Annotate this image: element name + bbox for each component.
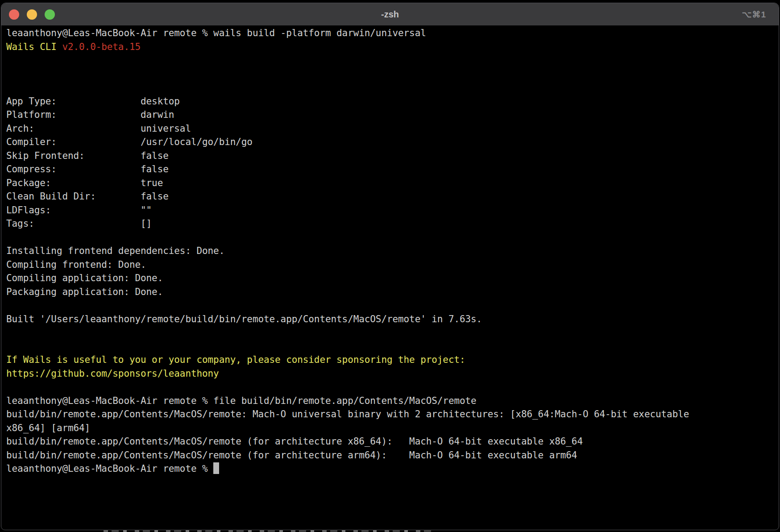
terminal-line: [6, 54, 779, 67]
close-button[interactable]: [9, 9, 19, 20]
terminal-text: Platform: darwin: [6, 109, 174, 120]
terminal-line: Platform: darwin: [6, 108, 779, 122]
terminal-text: Compress: false: [6, 164, 169, 175]
zoom-button[interactable]: [45, 9, 55, 20]
terminal-text: Tags: []: [6, 218, 152, 229]
terminal-line: Compress: false: [6, 162, 779, 176]
terminal-text: Compiling application: Done.: [6, 273, 163, 283]
terminal-line: App Type: desktop: [6, 95, 779, 108]
terminal-line: Package: true: [6, 176, 779, 190]
terminal-line: [6, 299, 779, 312]
terminal-line: Compiling frontend: Done.: [6, 258, 779, 272]
traffic-lights: [1, 9, 55, 20]
terminal-text: App Type: desktop: [6, 96, 180, 107]
terminal-text: Compiler: /usr/local/go/bin/go: [6, 137, 253, 147]
titlebar[interactable]: -zsh ⌥⌘1: [1, 3, 779, 26]
terminal-line: [6, 231, 779, 245]
background-window-fragment: [104, 530, 431, 532]
terminal-text: leaanthony@Leas-MacBook-Air remote % fil…: [6, 395, 477, 406]
terminal-text: Packaging application: Done.: [6, 287, 163, 297]
terminal-line: Wails CLI v2.0.0-beta.15: [6, 40, 779, 54]
terminal-text: build/bin/remote.app/Contents/MacOS/remo…: [6, 436, 583, 447]
terminal-line: leaanthony@Leas-MacBook-Air remote % wai…: [6, 26, 779, 40]
desktop-background: { "window": { "title": "-zsh", "shortcut…: [0, 0, 780, 532]
terminal-text: Installing frontend dependencies: Done.: [6, 245, 224, 256]
terminal-line: Skip Frontend: false: [6, 149, 779, 163]
terminal-cursor[interactable]: [213, 462, 219, 474]
terminal-text: Package: true: [6, 178, 163, 188]
terminal-line: [6, 340, 779, 353]
terminal-line: [6, 67, 779, 81]
terminal-text: Arch: universal: [6, 123, 191, 134]
terminal-line: Packaging application: Done.: [6, 285, 779, 299]
terminal-line: [6, 380, 779, 394]
terminal-line: leaanthony@Leas-MacBook-Air remote %: [6, 462, 779, 476]
terminal-text: build/bin/remote.app/Contents/MacOS/remo…: [6, 409, 689, 420]
terminal-text: Built '/Users/leaanthony/remote/build/bi…: [6, 314, 482, 324]
terminal-line: Built '/Users/leaanthony/remote/build/bi…: [6, 312, 779, 326]
terminal-line: x86_64] [arm64]: [6, 421, 779, 435]
minimize-button[interactable]: [27, 9, 37, 20]
terminal-text: v2.0.0-beta.15: [62, 42, 141, 52]
terminal-text: If Wails is useful to you or your compan…: [6, 354, 465, 365]
terminal-line: build/bin/remote.app/Contents/MacOS/remo…: [6, 449, 779, 462]
terminal-line: https://github.com/sponsors/leaanthony: [6, 367, 779, 381]
terminal-line: build/bin/remote.app/Contents/MacOS/remo…: [6, 407, 779, 421]
terminal-line: leaanthony@Leas-MacBook-Air remote % fil…: [6, 394, 779, 408]
terminal-window: -zsh ⌥⌘1 leaanthony@Leas-MacBook-Air rem…: [1, 3, 779, 530]
terminal-line: LDFlags: "": [6, 204, 779, 217]
terminal-line: Compiling application: Done.: [6, 271, 779, 285]
terminal-line: build/bin/remote.app/Contents/MacOS/remo…: [6, 435, 779, 449]
terminal-line: Tags: []: [6, 217, 779, 231]
terminal-line: If Wails is useful to you or your compan…: [6, 353, 779, 367]
terminal-text: Clean Build Dir: false: [6, 191, 169, 202]
window-title: -zsh: [1, 9, 779, 20]
terminal-line: [6, 81, 779, 95]
terminal-line: Arch: universal: [6, 122, 779, 136]
terminal-text: Wails CLI: [6, 42, 62, 52]
terminal-text: https://github.com/sponsors/leaanthony: [6, 368, 219, 379]
terminal-line: Installing frontend dependencies: Done.: [6, 244, 779, 258]
terminal-line: Compiler: /usr/local/go/bin/go: [6, 135, 779, 149]
terminal-text: build/bin/remote.app/Contents/MacOS/remo…: [6, 450, 577, 461]
window-shortcut-badge: ⌥⌘1: [742, 9, 779, 20]
terminal-output: leaanthony@Leas-MacBook-Air remote % wai…: [6, 26, 779, 476]
terminal-text: leaanthony@Leas-MacBook-Air remote % wai…: [6, 28, 426, 38]
terminal-text: leaanthony@Leas-MacBook-Air remote %: [6, 463, 213, 474]
terminal-line: Clean Build Dir: false: [6, 190, 779, 204]
terminal-text: x86_64] [arm64]: [6, 423, 90, 433]
terminal-text: Skip Frontend: false: [6, 150, 169, 161]
terminal-text: LDFlags: "": [6, 205, 152, 216]
terminal-screen[interactable]: leaanthony@Leas-MacBook-Air remote % wai…: [1, 26, 779, 476]
terminal-text: Compiling frontend: Done.: [6, 259, 146, 270]
terminal-line: [6, 326, 779, 340]
